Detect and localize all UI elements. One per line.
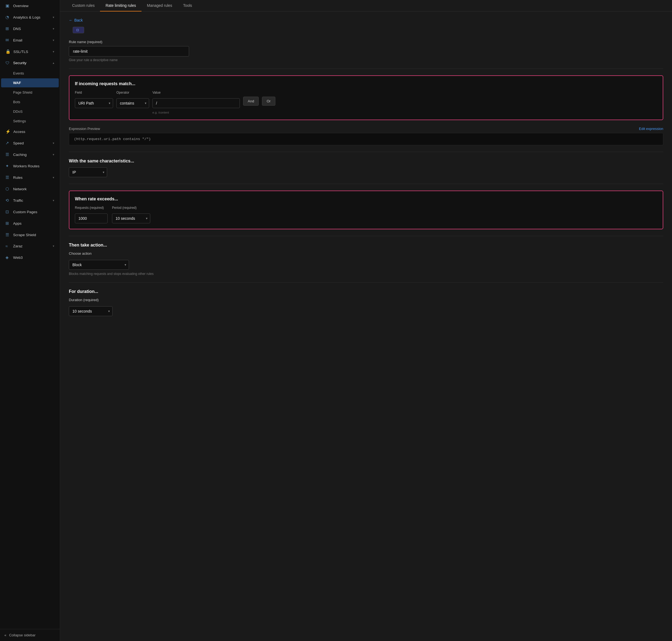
sidebar-item-web3[interactable]: ◈ Web3	[1, 252, 59, 263]
edit-expression-link[interactable]: Edit expression	[639, 127, 663, 131]
field-group: Field URI Path IP Country Hostname	[75, 91, 113, 108]
sidebar-sub-item-waf[interactable]: WAF	[1, 78, 59, 87]
email-icon: ✉	[5, 38, 10, 43]
sidebar-item-label: Rules	[13, 176, 23, 180]
sidebar-item-access[interactable]: ⚡ Access	[1, 126, 59, 137]
sidebar-item-zaraz[interactable]: ≈ Zaraz ▾	[1, 241, 59, 251]
sidebar-sub-item-events[interactable]: Events	[1, 69, 59, 78]
sidebar-item-label: Web3	[13, 256, 23, 260]
sidebar-item-traffic[interactable]: ⟲ Traffic ▾	[1, 195, 59, 206]
period-label: Period (required)	[112, 206, 150, 210]
scrape-shield-icon: ☰	[5, 232, 10, 237]
sidebar-item-label: Email	[13, 38, 23, 42]
dns-icon: ⊞	[5, 26, 10, 31]
sidebar-item-label: Caching	[13, 153, 27, 157]
overview-icon: ▣	[5, 3, 10, 8]
and-button[interactable]: And	[243, 97, 259, 106]
collapse-sidebar-button[interactable]: « Collapse sidebar	[0, 629, 60, 641]
rule-name-input[interactable]	[69, 46, 189, 56]
sidebar-item-label: Zaraz	[13, 244, 23, 248]
period-group: Period (required) 10 seconds 1 minute 10…	[112, 206, 150, 223]
sidebar-sub-item-bots[interactable]: Bots	[1, 97, 59, 107]
rule-name-hint: Give your rule a descriptive name	[69, 58, 663, 62]
tab-rate-limiting-rules[interactable]: Rate limiting rules	[100, 0, 141, 12]
sidebar-item-label: Security	[13, 61, 27, 65]
sidebar-item-workers-routes[interactable]: ✦ Workers Routes	[1, 161, 59, 172]
sidebar-sub-label: Events	[13, 71, 24, 76]
about-badge[interactable]: ⊡	[73, 27, 84, 33]
access-icon: ⚡	[5, 129, 11, 134]
ssl-icon: 🔒	[5, 49, 11, 54]
characteristics-select[interactable]: IP ASN Country Host	[69, 167, 107, 177]
sidebar-sub-label: Page Shield	[13, 90, 32, 94]
sidebar-item-label: Workers Routes	[13, 164, 40, 168]
tab-tools[interactable]: Tools	[177, 0, 198, 12]
sidebar-sub-item-ddos[interactable]: DDoS	[1, 107, 59, 116]
sidebar-item-label: Traffic	[13, 199, 23, 203]
action-hint: Blocks matching requests and stops evalu…	[69, 272, 663, 276]
workers-icon: ✦	[5, 164, 10, 168]
sidebar-item-label: Scrape Shield	[13, 233, 36, 237]
sidebar-sub-item-settings[interactable]: Settings	[1, 117, 59, 126]
duration-section-title: For duration...	[69, 289, 663, 294]
caching-icon: ☰	[5, 152, 10, 157]
tab-custom-rules[interactable]: Custom rules	[67, 0, 100, 12]
chevron-icon: ▾	[53, 176, 54, 179]
page-title-row: ⊡	[69, 27, 663, 33]
rate-exceeds-section: When rate exceeds... Requests (required)…	[69, 191, 663, 229]
sidebar-sub-label: Settings	[13, 119, 26, 123]
sidebar-item-label: DNS	[13, 27, 21, 31]
sidebar-sub-label: WAF	[13, 81, 21, 85]
value-input[interactable]	[152, 98, 240, 108]
sidebar-item-network[interactable]: ⬡ Network	[1, 183, 59, 194]
duration-select[interactable]: 10 seconds 1 minute 10 minutes 1 hour	[69, 306, 112, 316]
operator-select-wrapper: contains equals starts with ends with	[116, 98, 149, 108]
sidebar-item-ssl[interactable]: 🔒 SSL/TLS ▾	[1, 46, 59, 57]
sidebar-item-apps[interactable]: ⊞ Apps	[1, 218, 59, 229]
sidebar-item-overview[interactable]: ▣ Overview	[1, 0, 59, 11]
rules-icon: ☰	[5, 175, 10, 180]
sidebar-item-label: SSL/TLS	[13, 50, 28, 54]
sidebar-item-dns[interactable]: ⊞ DNS ▾	[1, 23, 59, 34]
sidebar-item-email[interactable]: ✉ Email ▾	[1, 35, 59, 45]
operator-label: Operator	[116, 91, 149, 94]
tabs-bar: Custom rules Rate limiting rules Managed…	[60, 0, 672, 12]
sidebar-item-custom-pages[interactable]: ⊡ Custom Pages	[1, 206, 59, 217]
operator-group: Operator contains equals starts with end…	[116, 91, 149, 108]
apps-icon: ⊞	[5, 221, 10, 226]
tab-managed-rules[interactable]: Managed rules	[142, 0, 178, 12]
period-select[interactable]: 10 seconds 1 minute 10 minutes 1 hour	[112, 214, 150, 223]
field-select[interactable]: URI Path IP Country Hostname	[75, 98, 113, 108]
chevron-icon: ▾	[53, 153, 54, 156]
sidebar-item-label: Analytics & Logs	[13, 15, 40, 19]
back-link[interactable]: ← Back	[69, 18, 663, 23]
action-select[interactable]: Block Challenge Log	[69, 260, 129, 270]
collapse-icon: «	[4, 633, 6, 637]
requests-label: Requests (required)	[75, 206, 108, 210]
sidebar-item-analytics[interactable]: ◔ Analytics & Logs ▾	[1, 12, 59, 23]
sidebar-item-scrape-shield[interactable]: ☰ Scrape Shield	[1, 229, 59, 240]
field-label: Field	[75, 91, 113, 94]
requests-input[interactable]	[75, 214, 108, 223]
sidebar-item-caching[interactable]: ☰ Caching ▾	[1, 149, 59, 160]
chevron-icon: ▾	[53, 244, 54, 248]
action-section-title: Then take action...	[69, 243, 663, 248]
sidebar-item-speed[interactable]: ↗ Speed ▾	[1, 138, 59, 149]
or-button[interactable]: Or	[262, 97, 275, 106]
field-select-wrapper: URI Path IP Country Hostname	[75, 98, 113, 108]
sidebar-sub-item-page-shield[interactable]: Page Shield	[1, 88, 59, 97]
sidebar-item-rules[interactable]: ☰ Rules ▾	[1, 172, 59, 183]
value-label: Value	[152, 91, 240, 94]
sidebar-item-label: Speed	[13, 141, 24, 145]
speed-icon: ↗	[5, 140, 10, 146]
operator-select[interactable]: contains equals starts with ends with	[116, 98, 149, 108]
custom-pages-icon: ⊡	[5, 209, 10, 214]
about-icon: ⊡	[76, 28, 79, 32]
characteristics-select-wrapper: IP ASN Country Host	[69, 167, 107, 177]
content-area: ← Back ⊡ Rule name (required) Give your …	[60, 12, 672, 641]
sidebar-item-security[interactable]: 🛡 Security ▴	[1, 58, 59, 68]
duration-label: Duration (required)	[69, 298, 663, 302]
period-select-wrapper: 10 seconds 1 minute 10 minutes 1 hour	[112, 214, 150, 223]
sidebar-sub-label: DDoS	[13, 109, 23, 113]
expression-preview-label: Expression Preview	[69, 127, 100, 131]
